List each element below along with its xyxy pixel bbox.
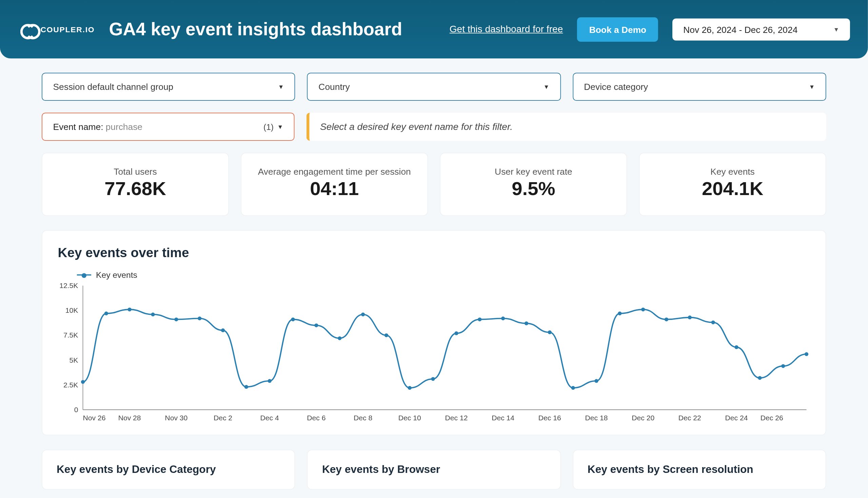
svg-text:Dec 24: Dec 24	[725, 414, 748, 422]
svg-text:12.5K: 12.5K	[59, 282, 78, 290]
chart-plot-area: 02.5K5K7.5K10K12.5KNov 26Nov 28Nov 30Dec…	[58, 282, 810, 424]
svg-text:Dec 10: Dec 10	[398, 414, 421, 422]
date-range-value: Nov 26, 2024 - Dec 26, 2024	[683, 24, 798, 34]
filter-row: Session default channel group ▼ Country …	[42, 73, 826, 101]
svg-text:2.5K: 2.5K	[63, 381, 78, 389]
svg-text:Dec 12: Dec 12	[445, 414, 468, 422]
svg-text:10K: 10K	[65, 306, 78, 314]
filter-label: Event name:	[53, 122, 103, 132]
metric-engagement-time: Average engagement time per session 04:1…	[241, 153, 428, 216]
svg-text:5K: 5K	[69, 356, 78, 364]
svg-point-40	[454, 331, 458, 335]
svg-point-31	[244, 385, 248, 389]
svg-point-33	[291, 317, 295, 321]
svg-text:Nov 28: Nov 28	[118, 414, 141, 422]
svg-point-25	[104, 311, 108, 315]
svg-text:Dec 14: Dec 14	[492, 414, 515, 422]
page-title: GA4 key event insights dashboard	[109, 19, 402, 39]
svg-point-36	[361, 312, 365, 316]
svg-text:Dec 8: Dec 8	[353, 414, 372, 422]
filter-value: purchase	[106, 122, 143, 132]
card-key-events-device: Key events by Device Category	[42, 450, 295, 490]
card-key-events-screen: Key events by Screen resolution	[573, 450, 826, 490]
filter-device-category[interactable]: Device category ▼	[573, 73, 826, 101]
card-title: Key events by Device Category	[57, 463, 280, 476]
book-demo-button[interactable]: Book a Demo	[577, 17, 658, 41]
brand-name: COUPLER.IO	[41, 25, 95, 34]
svg-text:Dec 6: Dec 6	[307, 414, 325, 422]
svg-point-45	[571, 386, 575, 390]
svg-point-30	[221, 328, 225, 332]
svg-point-46	[595, 379, 598, 383]
svg-text:0: 0	[74, 406, 78, 414]
metric-label: Key events	[645, 166, 819, 176]
svg-point-27	[151, 312, 155, 316]
card-title: Key events by Screen resolution	[588, 463, 811, 476]
metric-value: 77.68K	[48, 178, 222, 200]
svg-point-53	[758, 376, 762, 380]
svg-point-35	[338, 336, 342, 340]
chevron-down-icon: ▼	[809, 83, 815, 90]
svg-point-48	[641, 308, 645, 311]
filter-row-2: Event name: purchase (1) ▼ Select a desi…	[42, 113, 826, 141]
metric-value: 204.1K	[645, 178, 819, 200]
metric-key-events: Key events 204.1K	[639, 153, 826, 216]
svg-text:Dec 16: Dec 16	[538, 414, 561, 422]
svg-text:Dec 18: Dec 18	[585, 414, 608, 422]
svg-point-50	[688, 315, 692, 319]
chart-legend: Key events	[77, 270, 810, 279]
svg-point-54	[781, 364, 785, 368]
svg-point-39	[431, 377, 435, 381]
card-title: Key events by Browser	[322, 463, 546, 476]
svg-text:Dec 22: Dec 22	[679, 414, 701, 422]
svg-point-55	[805, 352, 808, 356]
date-range-picker[interactable]: Nov 26, 2024 - Dec 26, 2024 ▼	[673, 18, 850, 40]
filter-label: Session default channel group	[53, 82, 173, 92]
svg-point-42	[501, 316, 505, 320]
metric-key-event-rate: User key event rate 9.5%	[440, 153, 627, 216]
svg-text:Nov 30: Nov 30	[165, 414, 187, 422]
filter-count: (1)	[264, 122, 273, 132]
svg-point-29	[198, 316, 201, 320]
brand-logo-icon	[21, 21, 36, 37]
legend-swatch-icon	[77, 274, 91, 276]
svg-point-43	[524, 322, 528, 325]
svg-text:Dec 26: Dec 26	[761, 414, 783, 422]
svg-point-38	[408, 386, 412, 390]
chevron-down-icon: ▼	[544, 83, 549, 90]
filter-country[interactable]: Country ▼	[307, 73, 561, 101]
metric-value: 9.5%	[446, 178, 620, 200]
chevron-down-icon: ▼	[278, 83, 284, 90]
svg-point-28	[174, 317, 178, 321]
card-key-events-browser: Key events by Browser	[307, 450, 561, 490]
svg-text:Dec 2: Dec 2	[214, 414, 232, 422]
svg-point-51	[711, 320, 715, 324]
get-dashboard-link[interactable]: Get this dashboard for free	[450, 24, 563, 35]
svg-point-26	[128, 308, 132, 311]
metric-label: User key event rate	[446, 166, 620, 176]
svg-point-32	[268, 379, 271, 383]
svg-point-49	[665, 317, 668, 321]
chevron-down-icon: ▼	[277, 123, 283, 130]
svg-point-41	[478, 317, 481, 321]
lower-charts-row: Key events by Device Category Key events…	[42, 450, 826, 490]
metric-total-users: Total users 77.68K	[42, 153, 229, 216]
svg-text:Dec 20: Dec 20	[632, 414, 654, 422]
svg-text:Dec 4: Dec 4	[261, 414, 279, 422]
metric-value: 04:11	[248, 178, 422, 200]
filter-label: Device category	[584, 82, 648, 92]
chevron-down-icon: ▼	[833, 26, 839, 32]
svg-point-47	[618, 311, 622, 315]
svg-point-34	[314, 323, 318, 327]
legend-label: Key events	[96, 270, 137, 279]
svg-point-44	[548, 330, 552, 334]
metrics-row: Total users 77.68K Average engagement ti…	[42, 153, 826, 216]
svg-point-24	[81, 380, 85, 384]
metric-label: Average engagement time per session	[248, 166, 422, 176]
chart-title: Key events over time	[58, 245, 810, 261]
filter-event-name[interactable]: Event name: purchase (1) ▼	[42, 113, 294, 141]
filter-channel-group[interactable]: Session default channel group ▼	[42, 73, 295, 101]
filter-label: Country	[318, 82, 350, 92]
svg-text:7.5K: 7.5K	[63, 331, 78, 339]
svg-text:Nov 26: Nov 26	[83, 414, 105, 422]
